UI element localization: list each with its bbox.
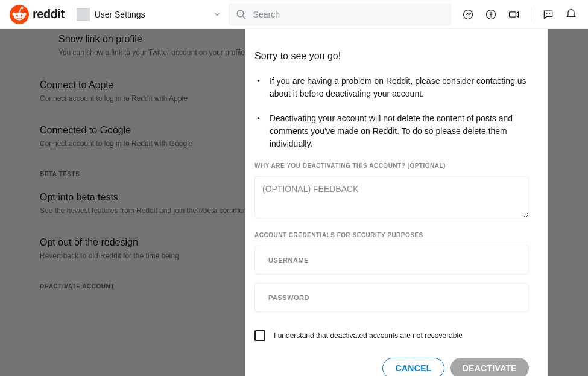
password-input[interactable] — [254, 283, 529, 312]
checkbox-label: I understand that deactivated accounts a… — [274, 331, 463, 340]
modal-title: Sorry to see you go! — [254, 51, 529, 62]
header: reddit User Settings — [0, 0, 588, 29]
username-input[interactable] — [254, 246, 529, 275]
svg-point-6 — [21, 7, 24, 9]
nav-label: User Settings — [95, 10, 208, 19]
chevron-down-icon — [213, 10, 221, 19]
svg-point-3 — [24, 13, 27, 16]
nav-avatar-icon — [77, 8, 90, 21]
deactivate-button[interactable]: DEACTIVATE — [450, 358, 529, 376]
modal-bullet-1: • If you are having a problem on Reddit,… — [254, 75, 529, 100]
svg-point-2 — [13, 13, 16, 16]
svg-line-8 — [242, 16, 245, 19]
reason-label: Why are you deactivating this account? (… — [254, 162, 529, 169]
svg-point-5 — [21, 14, 22, 16]
reddit-logo-icon — [10, 5, 29, 24]
reason-textarea[interactable] — [254, 176, 529, 218]
svg-rect-11 — [510, 11, 516, 16]
chat-icon[interactable] — [541, 7, 555, 22]
search-icon — [236, 9, 247, 20]
cancel-button[interactable]: CANCEL — [382, 358, 444, 376]
header-icons — [461, 7, 578, 22]
search-input[interactable] — [229, 4, 451, 25]
understand-checkbox[interactable] — [254, 330, 265, 341]
reddit-logo-text: reddit — [33, 7, 65, 21]
popular-icon[interactable] — [461, 7, 475, 22]
svg-point-13 — [549, 13, 551, 14]
svg-point-12 — [546, 13, 548, 14]
modal-bullet-2: • Deactivating your account will not del… — [254, 112, 529, 150]
video-icon[interactable] — [507, 7, 521, 22]
nav-dropdown[interactable]: User Settings — [77, 8, 221, 21]
coin-icon[interactable] — [484, 7, 498, 22]
reddit-logo[interactable]: reddit — [10, 5, 65, 24]
deactivate-modal: Sorry to see you go! • If you are having… — [245, 0, 548, 376]
creds-label: Account credentials for security purpose… — [254, 232, 529, 238]
svg-point-4 — [16, 14, 18, 16]
notification-icon[interactable] — [564, 7, 578, 22]
